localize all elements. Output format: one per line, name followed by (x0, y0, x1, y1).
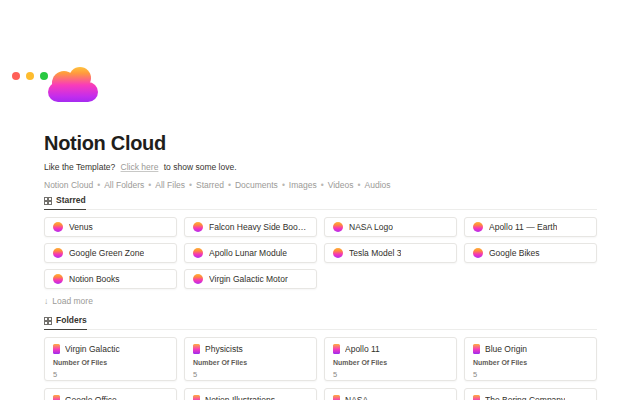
nav-separator: • (97, 180, 100, 190)
starred-card-title: Venus (69, 222, 93, 232)
nav-item-documents[interactable]: Documents (235, 180, 278, 190)
tagline-text-after: to show some love. (164, 162, 237, 172)
folder-property-label: Number Of Files (473, 359, 588, 367)
gallery-view-icon (44, 197, 52, 205)
nav-separator: • (189, 180, 192, 190)
folder-property-label: Number Of Files (333, 359, 448, 367)
folder-gradient-icon (193, 344, 200, 354)
maximize-button[interactable] (40, 72, 48, 80)
folder-card[interactable]: Blue Origin Number Of Files 5 (464, 337, 597, 381)
nav-item-images[interactable]: Images (289, 180, 317, 190)
nav-separator: • (282, 180, 285, 190)
page-icon[interactable] (44, 64, 102, 106)
folder-property-value: 5 (53, 370, 168, 379)
starred-card[interactable]: Apollo 11 — Earth (464, 217, 597, 237)
down-arrow-icon: ↓ (44, 296, 48, 306)
folder-card-title: The Boring Company (485, 395, 565, 400)
page-title: Notion Cloud (44, 132, 597, 154)
starred-card-title: Apollo Lunar Module (209, 248, 287, 258)
folder-gradient-icon (193, 395, 200, 400)
folder-gradient-icon (333, 395, 340, 400)
cloud-gradient-icon (44, 64, 102, 106)
folder-card[interactable]: NASA (324, 388, 457, 400)
starred-card[interactable]: Apollo Lunar Module (184, 243, 317, 263)
nav-item-audios[interactable]: Audios (365, 180, 391, 190)
file-gradient-icon (53, 248, 63, 258)
click-here-link[interactable]: Click here (121, 162, 159, 172)
nav-separator: • (321, 180, 324, 190)
tagline-text-before: Like the Template? (44, 162, 115, 172)
file-gradient-icon (53, 222, 63, 232)
starred-card[interactable]: Google Bikes (464, 243, 597, 263)
load-more-button[interactable]: ↓ Load more (44, 296, 93, 306)
close-button[interactable] (12, 72, 20, 80)
nav-separator: • (228, 180, 231, 190)
folder-card-title: Virgin Galactic (65, 344, 120, 354)
minimize-button[interactable] (26, 72, 34, 80)
nav-item-starred[interactable]: Starred (196, 180, 224, 190)
folder-card-title: Apollo 11 (345, 344, 380, 354)
folder-gradient-icon (473, 344, 480, 354)
folder-card[interactable]: Virgin Galactic Number Of Files 5 (44, 337, 177, 381)
folder-gradient-icon (473, 395, 480, 400)
nav-separator: • (358, 180, 361, 190)
starred-card-title: Virgin Galactic Motor (209, 274, 288, 284)
file-gradient-icon (53, 274, 63, 284)
folder-property-value: 5 (473, 370, 588, 379)
starred-card[interactable]: Notion Books (44, 269, 177, 289)
folder-card-title: Google Office (65, 395, 117, 400)
notion-window: Notion Cloud Like the Template? Click he… (0, 64, 640, 400)
file-gradient-icon (193, 222, 203, 232)
folder-gradient-icon (53, 395, 60, 400)
file-gradient-icon (473, 248, 483, 258)
folder-card-title: Blue Origin (485, 344, 527, 354)
folder-card[interactable]: Apollo 11 Number Of Files 5 (324, 337, 457, 381)
tab-starred-label: Starred (56, 196, 86, 205)
load-more-label: Load more (52, 296, 93, 306)
folder-gradient-icon (53, 344, 60, 354)
folder-gradient-icon (333, 344, 340, 354)
starred-tabbar: Starred (44, 196, 597, 210)
breadcrumb-nav: Notion Cloud • All Folders • All Files •… (44, 180, 597, 190)
folder-card-title: Physicists (205, 344, 243, 354)
starred-card-title: Google Green Zone (69, 248, 144, 258)
starred-card[interactable]: Falcon Heavy Side Boosters Landings (184, 217, 317, 237)
tab-folders-label: Folders (56, 316, 87, 325)
folder-property-label: Number Of Files (53, 359, 168, 367)
tab-starred[interactable]: Starred (44, 196, 86, 210)
starred-card[interactable]: NASA Logo (324, 217, 457, 237)
folders-tabbar: Folders (44, 316, 597, 330)
folder-card[interactable]: The Boring Company (464, 388, 597, 400)
nav-item-videos[interactable]: Videos (328, 180, 354, 190)
tagline: Like the Template? Click here to show so… (44, 162, 597, 173)
nav-item-notion-cloud[interactable]: Notion Cloud (44, 180, 93, 190)
starred-card-title: Apollo 11 — Earth (489, 222, 557, 232)
folder-card[interactable]: Google Office (44, 388, 177, 400)
starred-card[interactable]: Google Green Zone (44, 243, 177, 263)
nav-separator: • (148, 180, 151, 190)
folder-card-title: NASA (345, 395, 368, 400)
file-gradient-icon (193, 274, 203, 284)
starred-card-title: Notion Books (69, 274, 120, 284)
starred-card[interactable]: Tesla Model 3 (324, 243, 457, 263)
starred-card[interactable]: Virgin Galactic Motor (184, 269, 317, 289)
nav-item-all-folders[interactable]: All Folders (104, 180, 144, 190)
window-titlebar (12, 72, 48, 80)
nav-item-all-files[interactable]: All Files (155, 180, 185, 190)
folder-property-value: 5 (193, 370, 308, 379)
file-gradient-icon (333, 222, 343, 232)
starred-card-title: Tesla Model 3 (349, 248, 401, 258)
folder-property-value: 5 (333, 370, 448, 379)
starred-card-title: Falcon Heavy Side Boosters Landings (209, 222, 308, 232)
folder-card-title: Notion Illustrations (205, 395, 275, 400)
file-gradient-icon (473, 222, 483, 232)
file-gradient-icon (193, 248, 203, 258)
starred-grid: Venus Falcon Heavy Side Boosters Landing… (44, 217, 597, 289)
folder-card[interactable]: Notion Illustrations (184, 388, 317, 400)
folder-card[interactable]: Physicists Number Of Files 5 (184, 337, 317, 381)
starred-card-title: Google Bikes (489, 248, 540, 258)
starred-card[interactable]: Venus (44, 217, 177, 237)
tab-folders[interactable]: Folders (44, 316, 87, 330)
starred-card-title: NASA Logo (349, 222, 393, 232)
folders-grid: Virgin Galactic Number Of Files 5 Physic… (44, 337, 597, 400)
